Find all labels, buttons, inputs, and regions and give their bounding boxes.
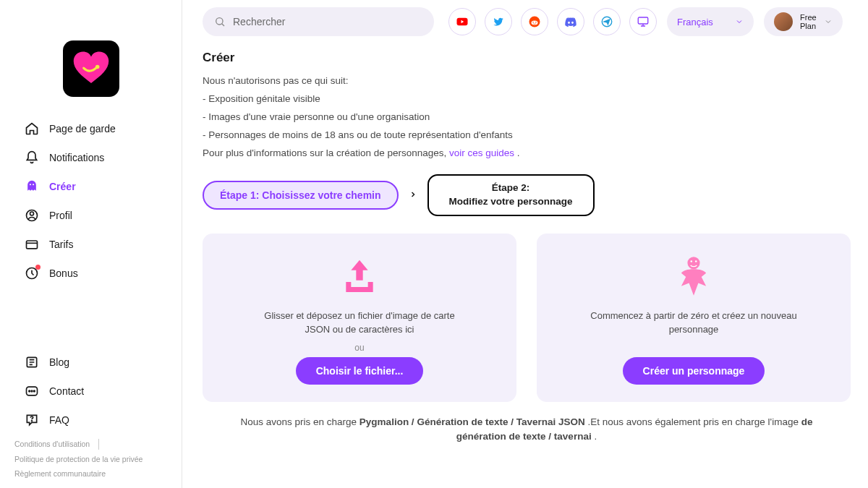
support-text: Nous avons pris en charge Pygmalion / Gé… [203, 415, 851, 445]
chevron-down-icon [735, 17, 744, 26]
svg-point-0 [95, 65, 99, 69]
sidebar-item-label: Tarifs [49, 239, 73, 250]
page-title: Créer [203, 51, 851, 65]
notification-dot [35, 265, 41, 270]
sidebar-item-notifications[interactable]: Notifications [10, 143, 171, 172]
telegram-button[interactable] [593, 8, 621, 35]
create-card: Commencez à partir de zéro et créez un n… [537, 234, 851, 402]
search-placeholder: Rechercher [233, 16, 285, 27]
svg-point-16 [535, 22, 537, 23]
guide-link[interactable]: voir ces guides [449, 147, 514, 158]
sidebar-item-label: FAQ [49, 414, 69, 426]
footer-privacy[interactable]: Politique de protection de la vie privée [14, 454, 142, 465]
sidebar-item-profile[interactable]: Profil [10, 201, 171, 230]
upload-card[interactable]: Glisser et déposez un fichier d'image de… [203, 234, 516, 402]
upload-or: ou [354, 343, 364, 353]
rule-text: - Personnages de moins de 18 ans ou de t… [203, 129, 851, 140]
reddit-icon [528, 15, 541, 28]
sidebar-item-bonus[interactable]: Bonus [10, 259, 171, 288]
youtube-icon [456, 15, 469, 28]
stream-button[interactable] [629, 8, 657, 35]
svg-point-20 [691, 260, 693, 262]
sidebar-item-faq[interactable]: FAQ [10, 406, 171, 435]
svg-point-9 [34, 390, 35, 392]
app-logo[interactable] [63, 40, 119, 97]
bonus-icon [25, 266, 39, 281]
guide-text: Pour plus d'informations sur la création… [203, 147, 851, 158]
create-text: Commencez à partir de zéro et créez un n… [585, 309, 802, 337]
reddit-button[interactable] [521, 8, 548, 35]
svg-point-8 [31, 390, 33, 392]
person-icon [675, 254, 712, 300]
svg-rect-3 [27, 241, 38, 249]
chevron-right-icon [409, 189, 417, 202]
footer-community[interactable]: Règlement communautaire [14, 468, 106, 479]
plan-line1: Free [800, 13, 817, 22]
svg-point-14 [532, 21, 538, 25]
svg-point-7 [29, 390, 30, 392]
upload-icon [339, 254, 380, 300]
contact-icon [25, 384, 39, 398]
sidebar-item-label: Page de garde [49, 123, 116, 134]
svg-point-19 [687, 257, 699, 269]
sidebar-item-contact[interactable]: Contact [10, 377, 171, 406]
sidebar-item-pricing[interactable]: Tarifs [10, 230, 171, 259]
chevron-down-icon [824, 17, 833, 26]
language-label: Français [677, 17, 713, 27]
sidebar-item-label: Notifications [49, 152, 104, 163]
sidebar-item-label: Créer [49, 181, 76, 192]
upload-text: Glisser et déposez un fichier d'image de… [251, 309, 468, 337]
plan-selector[interactable]: Free Plan [764, 7, 843, 36]
svg-rect-18 [638, 17, 648, 24]
step-1-pill[interactable]: Étape 1: Choisissez votre chemin [203, 181, 399, 210]
sidebar-item-label: Bonus [49, 267, 78, 279]
rule-text: - Images d'une vraie personne ou d'une o… [203, 111, 851, 122]
choose-file-button[interactable]: Choisir le fichier... [296, 357, 424, 385]
step-2-box[interactable]: Étape 2: Modifiez votre personnage [427, 174, 595, 216]
card-icon [25, 237, 39, 252]
sidebar-item-create[interactable]: Créer [10, 172, 171, 201]
bell-icon [25, 150, 39, 165]
discord-button[interactable] [557, 8, 584, 35]
sidebar-item-label: Contact [49, 385, 84, 397]
rule-text: - Exposition génitale visible [203, 93, 851, 104]
telegram-icon [600, 15, 613, 28]
svg-point-10 [32, 421, 33, 421]
sidebar-item-label: Profil [49, 210, 72, 221]
intro-text: Nous n'autorisons pas ce qui suit: [203, 75, 851, 86]
ghost-icon [25, 179, 39, 194]
footer-terms[interactable]: Conditions d'utilisation [14, 439, 99, 450]
monitor-icon [637, 15, 650, 28]
avatar [774, 12, 793, 31]
blog-icon [25, 355, 39, 369]
profile-icon [25, 208, 39, 223]
create-character-button[interactable]: Créer un personnage [623, 357, 765, 385]
home-icon [25, 121, 39, 136]
svg-point-15 [532, 22, 534, 23]
search-icon [214, 16, 226, 27]
svg-point-11 [216, 18, 223, 25]
youtube-button[interactable] [448, 8, 476, 35]
twitter-button[interactable] [485, 8, 512, 35]
twitter-icon [493, 16, 504, 27]
svg-point-2 [30, 212, 34, 215]
language-selector[interactable]: Français [667, 7, 754, 36]
search-input[interactable]: Rechercher [203, 7, 434, 36]
sidebar-item-blog[interactable]: Blog [10, 348, 171, 377]
sidebar-item-home[interactable]: Page de garde [10, 114, 171, 143]
faq-icon [25, 413, 39, 427]
discord-icon [564, 15, 577, 28]
svg-point-21 [695, 260, 697, 262]
sidebar-item-label: Blog [49, 356, 69, 368]
plan-line2: Plan [800, 22, 817, 30]
